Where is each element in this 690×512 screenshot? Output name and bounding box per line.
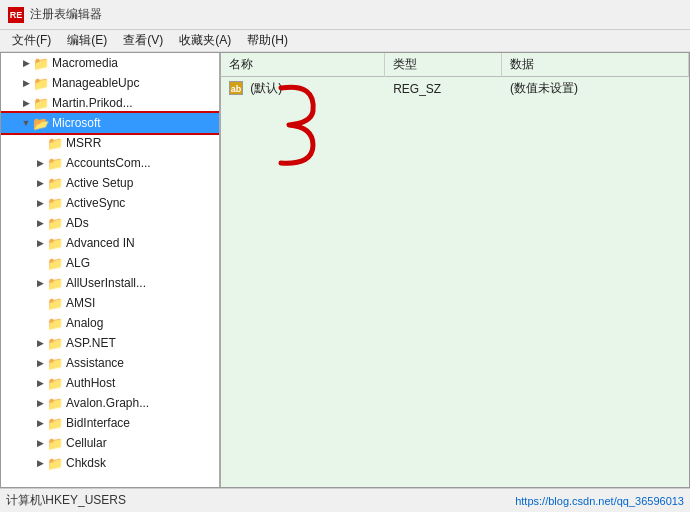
menu-view[interactable]: 查看(V) <box>115 30 171 51</box>
tree-item-authhost[interactable]: 📁 AuthHost <box>1 373 219 393</box>
tree-item-alg[interactable]: 📁 ALG <box>1 253 219 273</box>
reg-type-cell: REG_SZ <box>385 77 502 101</box>
tree-label: Chkdsk <box>66 456 106 470</box>
tree-item-msrr[interactable]: 📁 MSRR <box>1 133 219 153</box>
folder-icon: 📁 <box>47 135 63 151</box>
folder-icon: 📂 <box>33 115 49 131</box>
folder-icon: 📁 <box>47 375 63 391</box>
tree-item-assistance[interactable]: 📁 Assistance <box>1 353 219 373</box>
title-bar-text: 注册表编辑器 <box>30 6 102 23</box>
folder-icon: 📁 <box>47 155 63 171</box>
tree-label: Cellular <box>66 436 107 450</box>
tree-item-microsoft[interactable]: 📂 Microsoft <box>1 113 219 133</box>
folder-icon: 📁 <box>47 315 63 331</box>
main-layout: 📁 Macromedia 📁 ManageableUpc 📁 Martin.Pr… <box>0 52 690 488</box>
tree-item-amsi[interactable]: 📁 AMSI <box>1 293 219 313</box>
status-credit: https://blog.csdn.net/qq_36596013 <box>515 495 684 507</box>
expand-icon <box>33 156 47 170</box>
status-path: 计算机\HKEY_USERS <box>6 492 126 509</box>
reg-name: (默认) <box>250 81 282 95</box>
folder-icon: 📁 <box>47 215 63 231</box>
tree-label: Martin.Prikod... <box>52 96 133 110</box>
tree-label: AuthHost <box>66 376 115 390</box>
expand-icon <box>33 136 47 150</box>
tree-item-cellular[interactable]: 📁 Cellular <box>1 433 219 453</box>
tree-label: ManageableUpc <box>52 76 139 90</box>
tree-item-macromedia[interactable]: 📁 Macromedia <box>1 53 219 73</box>
table-row[interactable]: ab (默认) REG_SZ (数值未设置) <box>221 77 689 101</box>
expand-icon <box>19 116 33 130</box>
tree-item-aspnet[interactable]: 📁 ASP.NET <box>1 333 219 353</box>
expand-icon <box>33 436 47 450</box>
folder-icon: 📁 <box>47 175 63 191</box>
tree-label: Analog <box>66 316 103 330</box>
tree-label: ASP.NET <box>66 336 116 350</box>
tree-item-bidinterface[interactable]: 📁 BidInterface <box>1 413 219 433</box>
folder-icon: 📁 <box>47 455 63 471</box>
folder-icon: 📁 <box>47 415 63 431</box>
reg-name-cell: ab (默认) <box>221 77 385 101</box>
tree-label: Macromedia <box>52 56 118 70</box>
folder-icon: 📁 <box>47 275 63 291</box>
tree-item-martinprikod[interactable]: 📁 Martin.Prikod... <box>1 93 219 113</box>
tree-label: MSRR <box>66 136 101 150</box>
expand-icon <box>33 316 47 330</box>
expand-icon <box>33 356 47 370</box>
folder-icon: 📁 <box>47 435 63 451</box>
tree-label: Microsoft <box>52 116 101 130</box>
expand-icon <box>19 76 33 90</box>
tree-label: AllUserInstall... <box>66 276 146 290</box>
tree-label: Advanced IN <box>66 236 135 250</box>
folder-icon: 📁 <box>47 195 63 211</box>
expand-icon <box>33 176 47 190</box>
tree-pane[interactable]: 📁 Macromedia 📁 ManageableUpc 📁 Martin.Pr… <box>1 53 221 487</box>
tree-label: ActiveSync <box>66 196 125 210</box>
menu-file[interactable]: 文件(F) <box>4 30 59 51</box>
folder-icon: 📁 <box>47 395 63 411</box>
tree-label: Active Setup <box>66 176 133 190</box>
column-type[interactable]: 类型 <box>385 53 502 77</box>
menu-favorites[interactable]: 收藏夹(A) <box>171 30 239 51</box>
expand-icon <box>33 276 47 290</box>
folder-icon: 📁 <box>47 355 63 371</box>
app-icon: RE <box>8 7 24 23</box>
tree-label: ALG <box>66 256 90 270</box>
tree-label: Assistance <box>66 356 124 370</box>
tree-item-manageableupc[interactable]: 📁 ManageableUpc <box>1 73 219 93</box>
reg-type-icon: ab <box>229 81 243 95</box>
registry-table: 名称 类型 数据 ab (默认) REG_SZ (数值未设置) <box>221 53 689 100</box>
expand-icon <box>33 236 47 250</box>
expand-icon <box>33 296 47 310</box>
tree-item-accountscom[interactable]: 📁 AccountsCom... <box>1 153 219 173</box>
column-name[interactable]: 名称 <box>221 53 385 77</box>
tree-label: AccountsCom... <box>66 156 151 170</box>
tree-item-activesync[interactable]: 📁 ActiveSync <box>1 193 219 213</box>
tree-item-advancedin[interactable]: 📁 Advanced IN <box>1 233 219 253</box>
column-data[interactable]: 数据 <box>502 53 689 77</box>
menu-edit[interactable]: 编辑(E) <box>59 30 115 51</box>
expand-icon <box>19 96 33 110</box>
folder-icon: 📁 <box>47 295 63 311</box>
reg-data-cell: (数值未设置) <box>502 77 689 101</box>
tree-label: AMSI <box>66 296 95 310</box>
expand-icon <box>33 416 47 430</box>
folder-icon: 📁 <box>33 55 49 71</box>
tree-item-alluserinstall[interactable]: 📁 AllUserInstall... <box>1 273 219 293</box>
expand-icon <box>33 216 47 230</box>
folder-icon: 📁 <box>33 95 49 111</box>
expand-icon <box>33 376 47 390</box>
tree-label: ADs <box>66 216 89 230</box>
expand-icon <box>33 336 47 350</box>
expand-icon <box>19 56 33 70</box>
folder-icon: 📁 <box>47 235 63 251</box>
content-pane: 名称 类型 数据 ab (默认) REG_SZ (数值未设置) <box>221 53 689 487</box>
menu-bar: 文件(F) 编辑(E) 查看(V) 收藏夹(A) 帮助(H) <box>0 30 690 52</box>
menu-help[interactable]: 帮助(H) <box>239 30 296 51</box>
tree-item-analog[interactable]: 📁 Analog <box>1 313 219 333</box>
folder-icon: 📁 <box>33 75 49 91</box>
folder-icon: 📁 <box>47 255 63 271</box>
tree-item-activesetup[interactable]: 📁 Active Setup <box>1 173 219 193</box>
tree-item-chkdsk[interactable]: 📁 Chkdsk <box>1 453 219 473</box>
tree-item-ads[interactable]: 📁 ADs <box>1 213 219 233</box>
tree-item-avalongraph[interactable]: 📁 Avalon.Graph... <box>1 393 219 413</box>
